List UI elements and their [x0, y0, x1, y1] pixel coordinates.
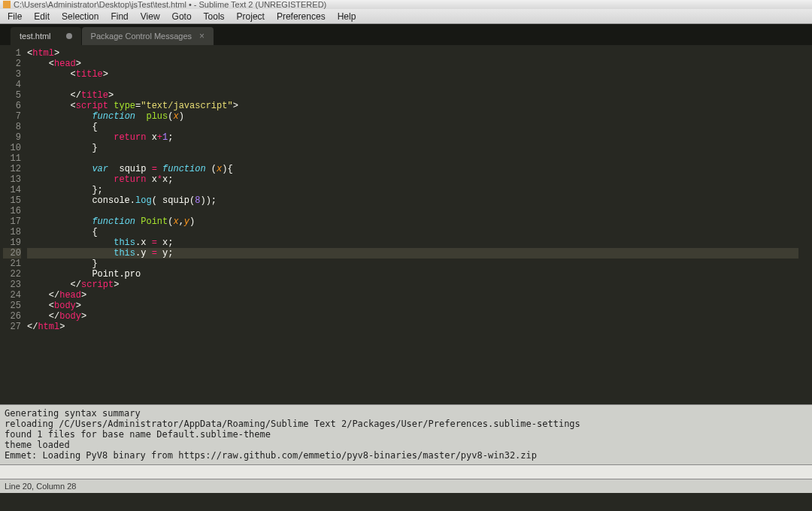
tab-label: Package Control Messages [91, 32, 192, 41]
line-number: 14 [3, 185, 21, 195]
window-title: C:\Users\Administrator\Desktop\jsTest\te… [14, 0, 326, 9]
line-number: 10 [3, 143, 21, 153]
menu-edit[interactable]: Edit [28, 10, 56, 23]
code-line[interactable]: </head> [27, 290, 798, 301]
tab-bar: test.html Package Control Messages × [0, 24, 812, 45]
line-number: 1 [3, 48, 21, 59]
code-line[interactable]: }; [27, 185, 798, 195]
code-area[interactable]: <html> <head> <title> </title> <script t… [27, 45, 798, 404]
code-line[interactable]: return x+1; [27, 132, 798, 143]
line-gutter: 1234567891011121314151617181920212223242… [0, 45, 27, 404]
line-number: 4 [3, 80, 21, 90]
menu-goto[interactable]: Goto [166, 10, 198, 23]
code-line[interactable] [27, 153, 798, 164]
code-line[interactable]: var squip = function (x){ [27, 164, 798, 174]
code-line[interactable]: </title> [27, 90, 798, 101]
line-number: 21 [3, 259, 21, 269]
menu-tools[interactable]: Tools [198, 10, 231, 23]
line-number: 24 [3, 290, 21, 301]
code-line[interactable]: <head> [27, 59, 798, 69]
editor[interactable]: 1234567891011121314151617181920212223242… [0, 45, 812, 404]
menu-preferences[interactable]: Preferences [271, 10, 332, 23]
menu-project[interactable]: Project [231, 10, 271, 23]
line-number: 7 [3, 111, 21, 122]
line-number: 23 [3, 280, 21, 290]
line-number: 16 [3, 206, 21, 216]
code-line[interactable]: { [27, 227, 798, 237]
tab-active[interactable]: test.html [11, 27, 81, 45]
line-number: 11 [3, 153, 21, 164]
tab-label: test.html [20, 32, 51, 41]
line-number: 13 [3, 174, 21, 185]
menu-selection[interactable]: Selection [56, 10, 105, 23]
close-icon[interactable]: × [199, 31, 205, 41]
status-bar: Line 20, Column 28 [0, 479, 812, 493]
line-number: 17 [3, 216, 21, 227]
line-number: 19 [3, 237, 21, 248]
code-line[interactable] [27, 206, 798, 216]
line-number: 27 [3, 322, 21, 332]
console-output: Generating syntax summary reloading /C/U… [0, 404, 812, 464]
line-number: 12 [3, 164, 21, 174]
cursor-position: Line 20, Column 28 [5, 482, 76, 491]
menu-find[interactable]: Find [105, 10, 134, 23]
minimap[interactable] [798, 45, 812, 404]
code-line[interactable]: return x*x; [27, 174, 798, 185]
code-line[interactable]: this.x = x; [27, 237, 798, 248]
line-number: 26 [3, 311, 21, 322]
line-number: 18 [3, 227, 21, 237]
console-input[interactable] [0, 464, 812, 479]
app-icon [3, 1, 11, 8]
line-number: 8 [3, 122, 21, 132]
code-line[interactable]: } [27, 259, 798, 269]
line-number: 9 [3, 132, 21, 143]
code-line[interactable] [27, 80, 798, 90]
menu-file[interactable]: File [2, 10, 28, 23]
dirty-indicator-icon [66, 33, 72, 39]
code-line[interactable]: <body> [27, 301, 798, 311]
menu-bar: FileEditSelectionFindViewGotoToolsProjec… [0, 9, 812, 24]
line-number: 2 [3, 59, 21, 69]
code-line[interactable]: function Point(x,y) [27, 216, 798, 227]
line-number: 5 [3, 90, 21, 101]
line-number: 20 [3, 248, 21, 259]
code-line[interactable]: </script> [27, 280, 798, 290]
code-line[interactable]: function plus(x) [27, 111, 798, 122]
code-line[interactable]: Point.pro [27, 269, 798, 280]
window-title-bar: C:\Users\Administrator\Desktop\jsTest\te… [0, 0, 812, 9]
line-number: 3 [3, 69, 21, 80]
code-line[interactable]: <html> [27, 48, 798, 59]
line-number: 15 [3, 195, 21, 206]
code-line[interactable]: } [27, 143, 798, 153]
code-line[interactable]: { [27, 122, 798, 132]
menu-view[interactable]: View [135, 10, 166, 23]
code-line[interactable]: </body> [27, 311, 798, 322]
tab-package-control[interactable]: Package Control Messages × [82, 27, 214, 45]
menu-help[interactable]: Help [332, 10, 362, 23]
code-line[interactable]: this.y = y; [27, 248, 798, 259]
code-line[interactable]: <script type="text/javascript"> [27, 101, 798, 111]
line-number: 6 [3, 101, 21, 111]
line-number: 25 [3, 301, 21, 311]
code-line[interactable]: console.log( squip(8)); [27, 195, 798, 206]
code-line[interactable]: </html> [27, 322, 798, 332]
line-number: 22 [3, 269, 21, 280]
code-line[interactable]: <title> [27, 69, 798, 80]
